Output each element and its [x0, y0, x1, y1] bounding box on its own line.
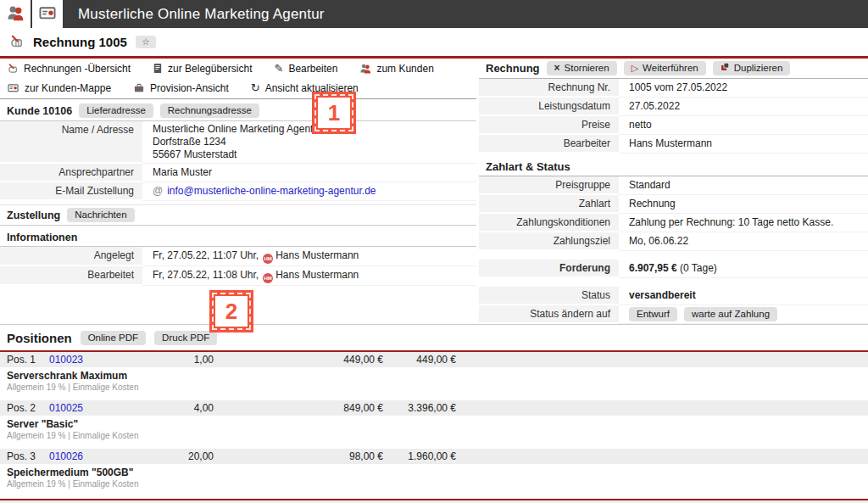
leistungsdatum-value: 27.05.2022: [619, 98, 868, 116]
leistungsdatum-row: Leistungsdatum 27.05.2022: [479, 98, 868, 116]
rechnungsadresse-button[interactable]: Rechnungsadresse: [160, 103, 259, 118]
kunde-section-header: Kunde 10106 Lieferadresse Rechnungsadres…: [0, 101, 476, 121]
toolbar-zum-kunden-button[interactable]: zum Kunden: [359, 63, 433, 75]
people-icon: [359, 63, 371, 74]
customers-people-icon-button[interactable]: [0, 0, 31, 28]
position-row: Pos. 3 010026 20,00 98,00 € 1.960,00 €: [0, 449, 868, 464]
rechnung-nr-row: Rechnung Nr. 1005 vom 27.05.2022: [479, 79, 868, 98]
article-number-link[interactable]: 010025: [49, 402, 134, 414]
duplizieren-button[interactable]: Duplizieren: [713, 61, 791, 75]
unit-price: 849,00 €: [214, 402, 383, 414]
forderung-days: (0 Tage): [680, 262, 717, 274]
favorite-button[interactable]: ☆: [136, 36, 156, 48]
play-icon: ▷: [632, 63, 638, 74]
refresh-icon: ↻: [251, 82, 260, 93]
spacer: [479, 251, 868, 260]
user-avatar: HM: [263, 273, 273, 283]
page-header: Rechnung 1005 ☆: [0, 28, 868, 56]
line-total: 1.960,00 €: [383, 450, 456, 462]
toolbar-kunden-mappe-button[interactable]: zur Kunden-Mappe: [7, 82, 111, 94]
article-name: Serverschrank Maximum: [0, 367, 868, 382]
field-label: Zahlungskonditionen: [479, 214, 619, 232]
ansprechpartner-value: Maria Muster: [142, 164, 476, 182]
position-row: Pos. 2 010025 4,00 849,00 € 3.396,00 €: [0, 400, 868, 416]
online-pdf-button[interactable]: Online PDF: [81, 331, 146, 345]
article-number-link[interactable]: 010026: [49, 450, 134, 462]
x-icon: ×: [554, 63, 560, 74]
stornieren-button[interactable]: × Stornieren: [547, 61, 617, 75]
invoice-hand-pen-icon: [8, 34, 25, 51]
toolbar-rechnungen-uebersicht-button[interactable]: Rechnungen -Übersicht: [7, 63, 131, 75]
user-avatar: HM: [263, 254, 273, 264]
field-label: Leistungsdatum: [479, 98, 619, 116]
kunde-title: Kunde 10106: [7, 105, 72, 117]
informationen-title: Informationen: [7, 232, 77, 243]
app-title: Musterliche Online Marketing Agentur: [64, 0, 325, 28]
address-line: Dorfstraße 1234: [153, 136, 476, 148]
annotation-badge-2: 2: [209, 290, 253, 333]
customer-card-icon-button[interactable]: [32, 0, 63, 28]
toolbar-belegübersicht-button[interactable]: zur Belegübersicht: [153, 63, 252, 75]
field-label: Status ändern auf: [479, 305, 619, 324]
weiterfuehren-button[interactable]: ▷ Weiterführen: [624, 61, 706, 75]
people-icon: [6, 4, 25, 24]
invoices-hand-pen-icon: [7, 63, 19, 74]
status-warte-auf-zahlung-button[interactable]: warte auf Zahlung: [684, 307, 777, 321]
article-tax-info: Allgemein 19 % | Einmalige Kosten: [0, 430, 868, 449]
zahlart-status-title: Zahlart & Status: [486, 160, 570, 173]
toolbar-bearbeiten-button[interactable]: ✎ Bearbeiten: [274, 63, 337, 75]
toolbar-label: zum Kunden: [376, 63, 433, 75]
customer-card-icon: [7, 82, 19, 93]
field-label: Ansprechpartner: [0, 164, 142, 182]
zahlart-status-header: Zahlart & Status: [479, 158, 868, 176]
field-label: Bearbeitet: [0, 266, 142, 286]
toolbar-label: zur Belegübersicht: [168, 63, 252, 75]
positionen-title: Positionen: [7, 331, 72, 345]
email-value: @info@musterliche-online-marketing-agent…: [142, 182, 476, 201]
position-row: Pos. 1 010023 1,00 449,00 € 449,00 €: [0, 352, 868, 367]
status-entwurf-button[interactable]: Entwurf: [629, 307, 677, 321]
rechnung-nr-value: 1005 vom 27.05.2022: [619, 79, 868, 98]
briefcase-icon: [133, 82, 145, 93]
zahlart-row: Zahlart Rechnung: [479, 195, 868, 214]
toolbar-label: Rechnungen -Übersicht: [24, 63, 131, 75]
annotation-badge-1: 1: [312, 92, 356, 134]
lieferadresse-button[interactable]: Lieferadresse: [79, 103, 153, 118]
stornieren-label: Stornieren: [565, 62, 609, 75]
toolbar: Rechnungen -Übersicht zur Belegübersicht…: [0, 59, 476, 99]
quantity: 20,00: [134, 450, 214, 462]
forderung-row: Forderung 6.907,95 € (0 Tage): [479, 260, 868, 278]
field-label: Forderung: [479, 260, 619, 278]
email-row: E-Mail Zustellung @info@musterliche-onli…: [0, 182, 476, 201]
email-link[interactable]: info@musterliche-online-marketing-agentu…: [167, 185, 376, 197]
copy-icon: [721, 62, 730, 75]
bearbeiter-row: Bearbeiter Hans Mustermann: [479, 135, 868, 154]
status-change-buttons: Entwurf warte auf Zahlung: [619, 305, 868, 324]
kunde-name-row: Name / Adresse Musterliche Online Market…: [0, 121, 476, 164]
toolbar-provision-ansicht-button[interactable]: Provision-Ansicht: [133, 82, 229, 94]
position-item-2: Pos. 2 010025 4,00 849,00 € 3.396,00 € S…: [0, 400, 868, 449]
zahlungskonditionen-value: Zahlung per Rechnung: 10 Tage netto Kass…: [619, 214, 868, 232]
article-number-link[interactable]: 010023: [49, 354, 134, 366]
field-label: E-Mail Zustellung: [0, 182, 142, 201]
field-label: Angelegt: [0, 247, 142, 266]
forderung-value: 6.907,95 € (0 Tage): [619, 260, 868, 278]
edited-user: Hans Mustermann: [275, 269, 359, 281]
quantity: 4,00: [134, 402, 214, 414]
nachrichten-button[interactable]: Nachrichten: [67, 208, 134, 222]
duplizieren-label: Duplizieren: [734, 62, 783, 75]
toolbar-label: zur Kunden-Mappe: [25, 82, 111, 94]
preise-row: Preise netto: [479, 116, 868, 135]
angelegt-value: Fr, 27.05.22, 11:07 Uhr,HMHans Musterman…: [142, 247, 476, 266]
article-tax-info: Allgemein 19 % | Einmalige Kosten: [0, 478, 868, 497]
field-label: Preise: [479, 116, 619, 135]
rechnung-panel-title: Rechnung: [486, 62, 540, 75]
preise-value: netto: [619, 116, 868, 135]
line-total: 449,00 €: [383, 354, 456, 366]
field-label: Rechnung Nr.: [479, 79, 619, 98]
app-window: Musterliche Online Marketing Agentur Rec…: [0, 0, 868, 503]
status-row: Status versandbereit: [479, 287, 868, 305]
at-icon: @: [153, 185, 163, 197]
unit-price: 449,00 €: [214, 354, 383, 366]
druck-pdf-button[interactable]: Druck PDF: [154, 331, 217, 345]
